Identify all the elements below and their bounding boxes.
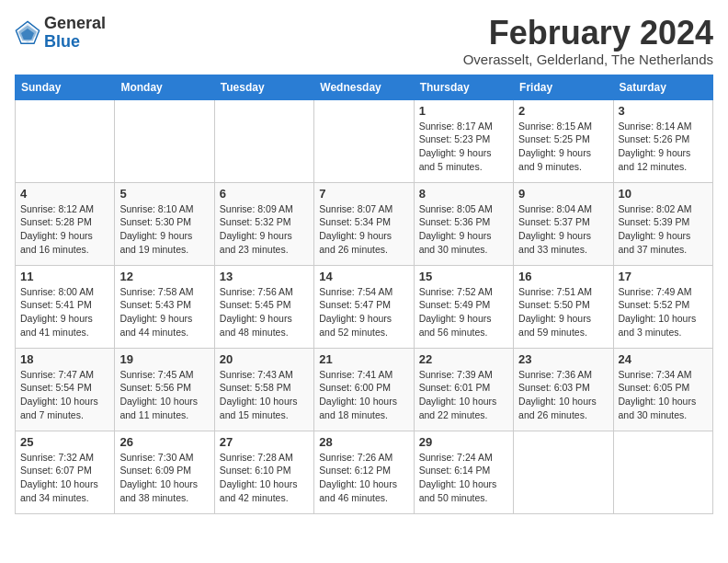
column-header-thursday: Thursday — [414, 75, 513, 99]
day-info: Sunrise: 7:56 AM Sunset: 5:45 PM Dayligh… — [220, 285, 309, 339]
day-info: Sunrise: 7:34 AM Sunset: 6:05 PM Dayligh… — [619, 368, 708, 422]
calendar-cell: 20Sunrise: 7:43 AM Sunset: 5:58 PM Dayli… — [214, 348, 313, 431]
calendar-cell: 9Sunrise: 8:04 AM Sunset: 5:37 PM Daylig… — [514, 182, 613, 265]
header-row: SundayMondayTuesdayWednesdayThursdayFrid… — [16, 75, 713, 99]
calendar-cell: 19Sunrise: 7:45 AM Sunset: 5:56 PM Dayli… — [115, 348, 214, 431]
day-number: 22 — [419, 352, 508, 366]
day-info: Sunrise: 8:12 AM Sunset: 5:28 PM Dayligh… — [20, 202, 109, 257]
calendar-cell: 8Sunrise: 8:05 AM Sunset: 5:36 PM Daylig… — [414, 182, 513, 265]
week-row-1: 1Sunrise: 8:17 AM Sunset: 5:23 PM Daylig… — [16, 99, 713, 182]
column-header-saturday: Saturday — [613, 75, 712, 99]
calendar-cell: 27Sunrise: 7:28 AM Sunset: 6:10 PM Dayli… — [214, 431, 313, 513]
logo-icon — [15, 20, 40, 46]
day-info: Sunrise: 8:09 AM Sunset: 5:32 PM Dayligh… — [220, 202, 309, 257]
calendar-cell: 4Sunrise: 8:12 AM Sunset: 5:28 PM Daylig… — [16, 182, 115, 265]
logo-general: General — [44, 14, 106, 32]
week-row-4: 18Sunrise: 7:47 AM Sunset: 5:54 PM Dayli… — [16, 348, 713, 431]
day-info: Sunrise: 8:17 AM Sunset: 5:23 PM Dayligh… — [419, 120, 508, 174]
title-block: February 2024 Overasselt, Gelderland, Th… — [463, 15, 713, 67]
calendar-cell — [115, 99, 214, 182]
calendar-cell: 7Sunrise: 8:07 AM Sunset: 5:34 PM Daylig… — [314, 182, 414, 265]
day-number: 23 — [518, 352, 608, 366]
calendar-cell: 13Sunrise: 7:56 AM Sunset: 5:45 PM Dayli… — [214, 265, 313, 348]
calendar-cell: 26Sunrise: 7:30 AM Sunset: 6:09 PM Dayli… — [115, 431, 214, 513]
calendar-cell — [16, 99, 115, 182]
day-info: Sunrise: 7:26 AM Sunset: 6:12 PM Dayligh… — [319, 451, 408, 505]
day-info: Sunrise: 7:43 AM Sunset: 5:58 PM Dayligh… — [220, 368, 309, 422]
day-info: Sunrise: 7:49 AM Sunset: 5:52 PM Dayligh… — [619, 285, 708, 339]
day-number: 3 — [619, 104, 708, 118]
day-number: 12 — [119, 270, 209, 283]
day-number: 28 — [319, 435, 408, 449]
calendar-cell: 24Sunrise: 7:34 AM Sunset: 6:05 PM Dayli… — [613, 348, 712, 431]
day-number: 16 — [518, 270, 608, 283]
calendar-cell: 2Sunrise: 8:15 AM Sunset: 5:25 PM Daylig… — [514, 99, 613, 182]
day-info: Sunrise: 7:47 AM Sunset: 5:54 PM Dayligh… — [20, 368, 109, 422]
day-number: 24 — [619, 352, 708, 366]
day-number: 20 — [220, 352, 309, 366]
calendar-cell: 12Sunrise: 7:58 AM Sunset: 5:43 PM Dayli… — [115, 265, 214, 348]
day-info: Sunrise: 8:07 AM Sunset: 5:34 PM Dayligh… — [319, 202, 408, 257]
day-number: 26 — [119, 435, 209, 449]
calendar-cell: 17Sunrise: 7:49 AM Sunset: 5:52 PM Dayli… — [613, 265, 712, 348]
column-header-friday: Friday — [514, 75, 613, 99]
day-info: Sunrise: 8:00 AM Sunset: 5:41 PM Dayligh… — [20, 285, 109, 339]
calendar-cell: 10Sunrise: 8:02 AM Sunset: 5:39 PM Dayli… — [613, 182, 712, 265]
day-number: 21 — [319, 352, 408, 366]
day-info: Sunrise: 7:36 AM Sunset: 6:03 PM Dayligh… — [518, 368, 608, 422]
day-number: 17 — [619, 270, 708, 283]
day-number: 6 — [220, 187, 309, 201]
day-info: Sunrise: 8:15 AM Sunset: 5:25 PM Dayligh… — [518, 120, 608, 174]
week-row-2: 4Sunrise: 8:12 AM Sunset: 5:28 PM Daylig… — [16, 182, 713, 265]
day-info: Sunrise: 7:39 AM Sunset: 6:01 PM Dayligh… — [419, 368, 508, 422]
page-header: General Blue February 2024 Overasselt, G… — [15, 15, 713, 67]
day-number: 7 — [319, 187, 408, 201]
day-number: 15 — [419, 270, 508, 283]
calendar-cell — [214, 99, 313, 182]
column-header-tuesday: Tuesday — [214, 75, 313, 99]
day-info: Sunrise: 7:54 AM Sunset: 5:47 PM Dayligh… — [319, 285, 408, 339]
day-info: Sunrise: 8:04 AM Sunset: 5:37 PM Dayligh… — [518, 202, 608, 257]
calendar-cell: 15Sunrise: 7:52 AM Sunset: 5:49 PM Dayli… — [414, 265, 513, 348]
calendar-cell — [314, 99, 414, 182]
day-info: Sunrise: 7:24 AM Sunset: 6:14 PM Dayligh… — [419, 451, 508, 505]
day-info: Sunrise: 7:32 AM Sunset: 6:07 PM Dayligh… — [20, 451, 109, 505]
calendar-cell: 23Sunrise: 7:36 AM Sunset: 6:03 PM Dayli… — [514, 348, 613, 431]
day-number: 25 — [20, 435, 109, 449]
week-row-5: 25Sunrise: 7:32 AM Sunset: 6:07 PM Dayli… — [16, 431, 713, 513]
calendar-cell: 25Sunrise: 7:32 AM Sunset: 6:07 PM Dayli… — [16, 431, 115, 513]
day-info: Sunrise: 7:52 AM Sunset: 5:49 PM Dayligh… — [419, 285, 508, 339]
calendar-cell: 18Sunrise: 7:47 AM Sunset: 5:54 PM Dayli… — [16, 348, 115, 431]
day-number: 14 — [319, 270, 408, 283]
day-number: 1 — [419, 104, 508, 118]
day-info: Sunrise: 7:28 AM Sunset: 6:10 PM Dayligh… — [220, 451, 309, 505]
logo: General Blue — [15, 15, 106, 52]
column-header-monday: Monday — [115, 75, 214, 99]
calendar-cell: 5Sunrise: 8:10 AM Sunset: 5:30 PM Daylig… — [115, 182, 214, 265]
day-number: 18 — [20, 352, 109, 366]
column-header-sunday: Sunday — [16, 75, 115, 99]
calendar-cell: 3Sunrise: 8:14 AM Sunset: 5:26 PM Daylig… — [613, 99, 712, 182]
calendar-cell: 11Sunrise: 8:00 AM Sunset: 5:41 PM Dayli… — [16, 265, 115, 348]
day-info: Sunrise: 7:41 AM Sunset: 6:00 PM Dayligh… — [319, 368, 408, 422]
month-year: February 2024 — [463, 15, 713, 52]
calendar-cell: 6Sunrise: 8:09 AM Sunset: 5:32 PM Daylig… — [214, 182, 313, 265]
day-info: Sunrise: 7:51 AM Sunset: 5:50 PM Dayligh… — [518, 285, 608, 339]
calendar-cell: 28Sunrise: 7:26 AM Sunset: 6:12 PM Dayli… — [314, 431, 414, 513]
day-info: Sunrise: 8:14 AM Sunset: 5:26 PM Dayligh… — [619, 120, 708, 174]
column-header-wednesday: Wednesday — [314, 75, 414, 99]
calendar-cell — [514, 431, 613, 513]
day-number: 13 — [220, 270, 309, 283]
calendar-cell: 29Sunrise: 7:24 AM Sunset: 6:14 PM Dayli… — [414, 431, 513, 513]
logo-blue: Blue — [44, 32, 80, 51]
day-number: 8 — [419, 187, 508, 201]
calendar-cell — [613, 431, 712, 513]
calendar-cell: 16Sunrise: 7:51 AM Sunset: 5:50 PM Dayli… — [514, 265, 613, 348]
logo-text: General Blue — [44, 15, 106, 52]
calendar-cell: 1Sunrise: 8:17 AM Sunset: 5:23 PM Daylig… — [414, 99, 513, 182]
day-info: Sunrise: 7:45 AM Sunset: 5:56 PM Dayligh… — [119, 368, 209, 422]
day-info: Sunrise: 8:05 AM Sunset: 5:36 PM Dayligh… — [419, 202, 508, 257]
day-info: Sunrise: 8:02 AM Sunset: 5:39 PM Dayligh… — [619, 202, 708, 257]
day-info: Sunrise: 8:10 AM Sunset: 5:30 PM Dayligh… — [119, 202, 209, 257]
calendar-table: SundayMondayTuesdayWednesdayThursdayFrid… — [15, 75, 713, 514]
